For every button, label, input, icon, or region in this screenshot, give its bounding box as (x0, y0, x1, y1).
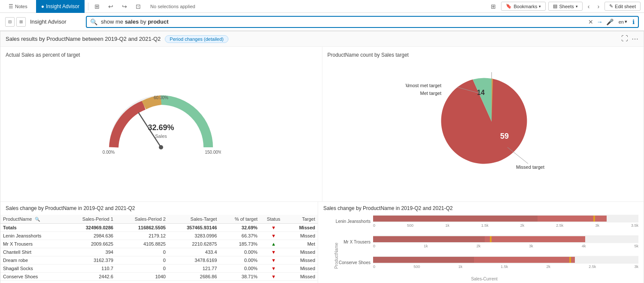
cell-product: Totals (0, 224, 64, 232)
edit-icon: ✎ (609, 3, 613, 9)
grid-icon[interactable]: ⊞ (92, 3, 102, 10)
undo-icon[interactable]: ↩ (106, 3, 116, 10)
cell-pct: 185.73% (219, 240, 260, 248)
cell-period1: 2984.636 (64, 232, 116, 240)
search-icon: 🔍 (90, 18, 97, 25)
table-row[interactable]: Totals 324969.0286 116862.5505 357465.93… (0, 224, 318, 232)
pie-title: ProductName count by Sales target (328, 52, 639, 58)
cell-arrow: ▼ (260, 248, 287, 256)
cell-period2: 4105.8825 (116, 240, 168, 248)
cell-status: Missed (287, 248, 318, 256)
svg-text:60.00%: 60.00% (154, 95, 168, 100)
notes-icon: ☰ (9, 3, 13, 9)
col-header-period2: Sales-Period 2 (116, 215, 168, 224)
cell-arrow: ▼ (260, 273, 287, 281)
next-sheet-icon[interactable]: › (595, 3, 602, 10)
cell-pct: 60.49% (219, 281, 260, 283)
bar-marker-3 (569, 257, 571, 263)
bar-track-3 (373, 256, 638, 264)
table-row[interactable]: Lenin Jeansshorts 2984.636 2179.12 3283.… (0, 232, 318, 240)
gauge-title: Actual Sales as percent of target (6, 52, 317, 58)
nav-right-area: ⊞ 🔖 Bookmarks ▾ ▤ Sheets ▾ ‹ › ✎ Edit sh… (488, 2, 641, 11)
svg-point-1 (159, 145, 163, 149)
sheets-icon: ▤ (553, 3, 557, 9)
search-highlight-sales: sales (125, 18, 139, 25)
table-row[interactable]: Chantell Shirt 394 0 433.4 0.00% ▼ Misse… (0, 248, 318, 256)
bar-group-1: 0 500 1k 1.5k 2k 2.5k 3k 3.5k (373, 215, 638, 228)
search-mic-icon[interactable]: 🎤 (606, 18, 614, 25)
selections-icon[interactable]: ⊡ (133, 3, 143, 10)
svg-text:59: 59 (500, 132, 509, 140)
expand-icon[interactable]: ⛶ (621, 35, 628, 43)
bar-chart-title: Sales change by ProductName in 2019-Q2 a… (323, 205, 638, 211)
col-product-label: ProductName (3, 216, 32, 222)
pie-container: 59 14 Almost met target Met target Misse… (328, 61, 639, 182)
bookmarks-button[interactable]: 🔖 Bookmarks ▾ (501, 2, 546, 11)
second-bar-title: Insight Advisor (30, 18, 82, 25)
table-section: Sales change by ProductName in 2019-Q2 a… (0, 202, 318, 283)
cell-target: 3478.6169 (168, 256, 219, 265)
redo-icon[interactable]: ↪ (119, 3, 130, 10)
bar-row-1: Lenin Jeansshorts 0 500 1k 1.5k 2k (330, 215, 638, 228)
search-text: show me sales by product (101, 18, 585, 25)
table-row[interactable]: Mr X Trousers 2009.6625 4105.8825 2210.6… (0, 240, 318, 248)
apps-icon[interactable]: ⊞ (488, 3, 498, 10)
bar-track-1 (373, 215, 638, 222)
prev-sheet-icon[interactable]: ‹ (585, 3, 592, 10)
col-header-target2: Target (287, 215, 318, 224)
search-clear-icon[interactable]: ✕ (588, 18, 593, 25)
cell-period1: 394 (64, 248, 116, 256)
layout-icon-2[interactable]: ⊞ (16, 17, 26, 27)
cell-pct: 66.37% (219, 232, 260, 240)
notes-tab[interactable]: ☰ Notes (3, 0, 33, 13)
edit-sheet-button[interactable]: ✎ Edit sheet (605, 2, 641, 11)
svg-text:14: 14 (477, 89, 485, 96)
cell-pct: 0.00% (219, 265, 260, 273)
cell-period1: 754.975 (64, 281, 116, 283)
svg-text:Met target: Met target (420, 91, 441, 96)
search-info-icon[interactable]: ℹ (632, 18, 635, 25)
table-row[interactable]: Shagall Socks 110.7 0 121.77 0.00% ▼ Mis… (0, 265, 318, 273)
cell-product: Conserve Shoes (0, 273, 64, 281)
bar-chart-wrapper: ProductName Lenin Jeansshorts 0 500 (323, 215, 638, 281)
svg-line-14 (507, 147, 528, 164)
pie-svg: 59 14 Almost met target Met target Misse… (406, 66, 560, 177)
search-column-icon[interactable]: 🔍 (35, 217, 40, 222)
cell-status: Missed (287, 256, 318, 265)
insight-header-right: ⛶ ⋯ (621, 35, 638, 43)
table-row[interactable]: Dream robe 3162.379 0 3478.6169 0.00% ▼ … (0, 256, 318, 265)
cell-pct: 0.00% (219, 256, 260, 265)
insight-panel: Sales results by ProductName between 201… (0, 31, 644, 283)
bar-group-2: 0 1k 2k 3k 4k 5k (373, 235, 638, 248)
bar-label-1: Lenin Jeansshorts (330, 219, 373, 224)
search-lang[interactable]: en ▾ (617, 19, 629, 24)
sheets-button[interactable]: ▤ Sheets ▾ (548, 2, 582, 11)
y-axis-label: ProductName (334, 239, 339, 273)
table-row[interactable]: Conserve Shoes 2442.6 1040 2686.86 38.71… (0, 273, 318, 281)
edit-sheet-label: Edit sheet (615, 4, 636, 9)
cell-target: 2686.86 (168, 273, 219, 281)
gauge-container: 32.69% Sales 60.00% 0.00% 150.00% (6, 61, 317, 182)
insight-tab[interactable]: ● Insight Advisor (36, 0, 85, 13)
notes-label: Notes (15, 4, 27, 9)
insight-icon: ● (41, 3, 44, 9)
more-options-icon[interactable]: ⋯ (632, 35, 638, 43)
x-axis-label: Sales-Current (330, 277, 638, 281)
col-header-product: ProductName 🔍 (0, 215, 64, 224)
search-submit-icon[interactable]: → (597, 18, 603, 25)
bookmark-icon: 🔖 (506, 3, 512, 9)
search-highlight-product: product (148, 18, 168, 25)
table-row[interactable]: Tuxedo 754.975 502.32 830.4725 60.49% ▼ … (0, 281, 318, 283)
charts-area: Actual Sales as percent of target 32.69% (0, 47, 644, 201)
cell-target: 357465.93146 (168, 224, 219, 232)
pie-section: ProductName count by Sales target 59 14 (322, 47, 644, 201)
period-badge[interactable]: Period changes (detailed) (165, 35, 228, 43)
cell-period1: 2009.6625 (64, 240, 116, 248)
cell-status: Met (287, 240, 318, 248)
no-selections-status: No selections applied (150, 4, 195, 9)
svg-text:32.69%: 32.69% (148, 123, 174, 132)
layout-icon-1[interactable]: ⊟ (5, 17, 15, 27)
cell-product: Shagall Socks (0, 265, 64, 273)
cell-arrow: ▲ (260, 240, 287, 248)
search-middle: by (139, 18, 148, 25)
